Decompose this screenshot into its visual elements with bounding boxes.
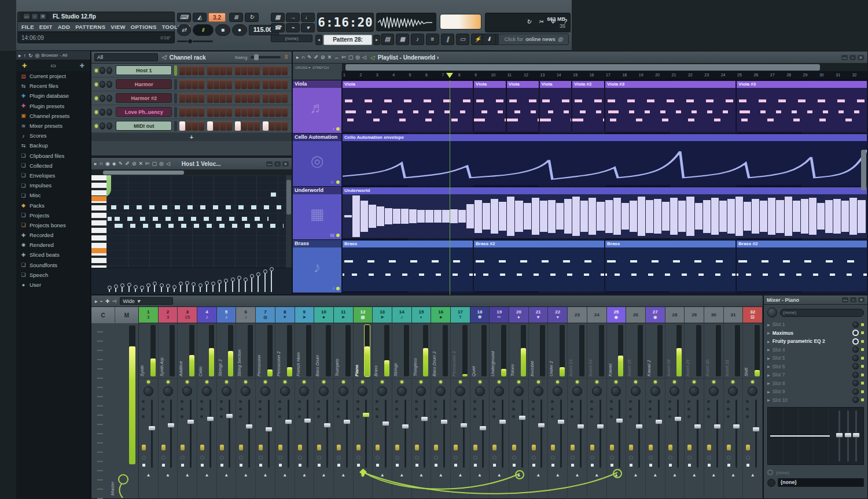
- mixer-strip[interactable]: 3 15 Additive: [178, 307, 197, 499]
- fx-mini-knob[interactable]: [550, 415, 554, 419]
- slot-mix-knob[interactable]: [852, 346, 859, 353]
- step-cell[interactable]: [179, 121, 185, 131]
- record-arm-ring[interactable]: [376, 456, 380, 460]
- pattern-clip[interactable]: Brass: [605, 240, 736, 292]
- strip-enable-led[interactable]: [361, 380, 364, 383]
- playlist-tool-icon[interactable]: ▢: [348, 54, 354, 60]
- browser-header-icon[interactable]: ◎: [35, 53, 40, 58]
- send-ring-icon[interactable]: [767, 470, 773, 475]
- mixer-strip[interactable]: 19 ✂ Underground: [490, 307, 509, 499]
- stereo-sep-knob[interactable]: [453, 400, 457, 404]
- transport-icon[interactable]: ↻: [245, 13, 259, 22]
- fx-mini-knob[interactable]: [473, 415, 477, 419]
- slot-enable-led[interactable]: [861, 390, 864, 393]
- mute-switch[interactable]: [707, 445, 711, 450]
- channel-target-strip[interactable]: [174, 79, 177, 90]
- fx-slot[interactable]: ▶ Maximus: [764, 329, 867, 338]
- channel-button[interactable]: Love Ph..uency: [116, 107, 172, 117]
- step-cell[interactable]: [207, 121, 213, 131]
- fx-mini-knob[interactable]: [395, 415, 399, 419]
- stereo-sep-knob[interactable]: [336, 400, 340, 404]
- eq-mini-knob[interactable]: [473, 407, 477, 411]
- route-arrow-icon[interactable]: ▲: [704, 471, 723, 479]
- fx-mini-knob[interactable]: [745, 415, 749, 419]
- download-icon[interactable]: ⬇: [482, 34, 496, 45]
- step-cell[interactable]: [263, 108, 269, 117]
- step-cell[interactable]: [192, 66, 198, 75]
- step-cell[interactable]: [254, 94, 260, 103]
- browser-item[interactable]: ⇆ Backup: [16, 141, 90, 150]
- strip-name[interactable]: Kawaii: [608, 325, 613, 376]
- controller-select[interactable]: (none): [271, 35, 312, 42]
- mute-switch[interactable]: [454, 445, 458, 450]
- strip-number-tile[interactable]: 27 ◉: [646, 307, 665, 323]
- fx-mini-knob[interactable]: [609, 415, 613, 419]
- browser-item[interactable]: ✚ Sliced beats: [16, 250, 90, 260]
- strip-pan-knob[interactable]: [572, 386, 582, 396]
- mixer-strip[interactable]: 28 Insert 28: [665, 307, 685, 499]
- fader-handle[interactable]: [362, 412, 370, 417]
- select-square[interactable]: [337, 464, 340, 467]
- record-arm-ring[interactable]: [668, 456, 672, 460]
- step-cell[interactable]: [282, 80, 288, 89]
- fx-slot[interactable]: ▶ Slot 9: [764, 387, 867, 396]
- utility-icon[interactable]: Ψ: [548, 14, 558, 30]
- step-cell[interactable]: [269, 121, 275, 131]
- step-cell[interactable]: [241, 80, 247, 89]
- route-arrow-icon[interactable]: ▲: [587, 471, 606, 479]
- slot-enable-led[interactable]: [861, 348, 864, 351]
- pattern-clip[interactable]: Viola: [473, 80, 506, 132]
- browser-item[interactable]: ▤ Current project: [16, 71, 90, 81]
- track-mute-led[interactable]: [336, 234, 340, 237]
- slot-enable-led[interactable]: [861, 374, 864, 376]
- step-cell[interactable]: [254, 80, 260, 89]
- swing-slider[interactable]: [251, 56, 281, 58]
- strip-enable-led[interactable]: [400, 380, 403, 383]
- mixer-strip[interactable]: 22 ▾ Under 2: [548, 307, 568, 499]
- playlist-ruler[interactable]: 1234567891011121314151617181920212223242…: [293, 71, 867, 80]
- strip-name[interactable]: Synth Arp: [159, 325, 164, 376]
- stereo-sep-knob[interactable]: [278, 400, 282, 404]
- mute-switch[interactable]: [337, 445, 341, 450]
- step-cell[interactable]: [207, 108, 213, 117]
- strip-number-tile[interactable]: 3 15: [178, 307, 197, 323]
- step-cell[interactable]: [275, 66, 281, 75]
- mute-switch[interactable]: [727, 445, 731, 450]
- eq-mini-knob[interactable]: [161, 407, 165, 411]
- stereo-sep-knob[interactable]: [492, 400, 496, 404]
- channel-pan-knob[interactable]: [100, 67, 105, 74]
- slot-mix-knob[interactable]: [852, 355, 859, 361]
- strip-number-tile[interactable]: 30: [704, 307, 723, 323]
- fx-mini-knob[interactable]: [492, 415, 496, 419]
- close-icon[interactable]: ✕: [40, 14, 46, 19]
- fader-track[interactable]: [365, 400, 367, 468]
- mute-switch[interactable]: [668, 445, 672, 450]
- fader-track[interactable]: [658, 400, 660, 468]
- mode-icon-button[interactable]: ▾: [301, 23, 315, 32]
- fx-slot[interactable]: ▶ Slot 6: [764, 363, 867, 371]
- fader-track[interactable]: [404, 400, 406, 468]
- select-square[interactable]: [474, 464, 477, 467]
- step-cell[interactable]: [248, 80, 253, 89]
- strip-number-tile[interactable]: 16 ●: [431, 307, 450, 323]
- playlist-tool-icon[interactable]: ✐: [314, 54, 319, 60]
- strip-pan-knob[interactable]: [202, 386, 212, 396]
- browser-header-icon[interactable]: ▸: [19, 53, 21, 58]
- fader-handle[interactable]: [382, 421, 389, 426]
- step-cell[interactable]: [186, 94, 192, 103]
- record-arm-ring[interactable]: [415, 456, 419, 460]
- slot-arrow-icon[interactable]: ▶: [767, 348, 770, 352]
- stereo-sep-knob[interactable]: [628, 400, 632, 404]
- channel-target-strip[interactable]: [174, 93, 177, 104]
- transport-icon[interactable]: ⌨: [177, 13, 191, 22]
- strip-pan-knob[interactable]: [689, 386, 699, 396]
- step-cell[interactable]: [214, 121, 219, 131]
- fader-track[interactable]: [229, 400, 230, 468]
- record-arm-ring[interactable]: [746, 456, 750, 460]
- close-icon[interactable]: ✕: [858, 55, 864, 60]
- mute-switch[interactable]: [278, 445, 282, 450]
- eq-mini-knob[interactable]: [433, 407, 437, 411]
- step-cell[interactable]: [198, 66, 204, 75]
- fader-handle[interactable]: [421, 416, 428, 422]
- mute-switch[interactable]: [512, 445, 516, 450]
